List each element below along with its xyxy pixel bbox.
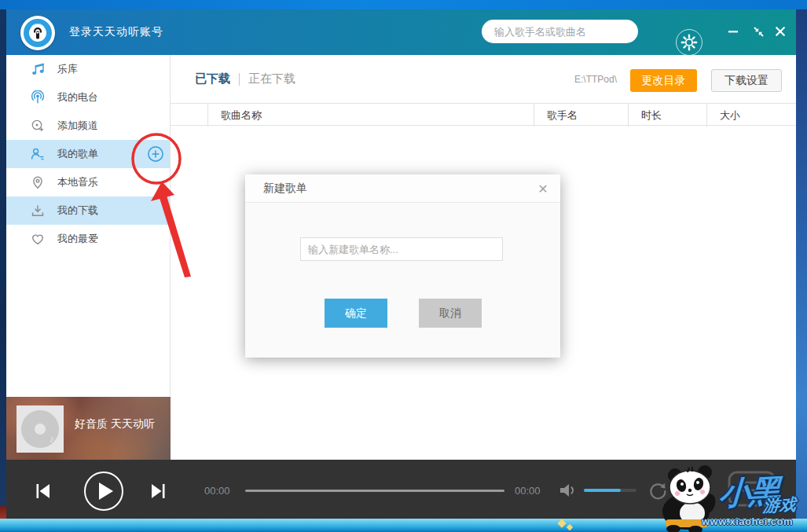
confirm-button[interactable]: 确定 bbox=[325, 299, 387, 328]
downloads-header: 已下载 正在下载 E:\TTPod\ 更改目录 下载设置 bbox=[171, 55, 796, 103]
headphone-glyph bbox=[32, 27, 43, 39]
cancel-button[interactable]: 取消 bbox=[419, 299, 482, 328]
tab-downloaded[interactable]: 已下载 bbox=[195, 72, 230, 86]
column-index bbox=[171, 104, 207, 127]
desktop-background: 登录天天动听账号 bbox=[0, 0, 807, 532]
sidebar-item-label: 我的歌单 bbox=[57, 147, 98, 161]
add-playlist-button[interactable] bbox=[147, 145, 164, 163]
player-bar: 00:00 00:00 bbox=[6, 460, 796, 519]
plus-circle-icon bbox=[147, 145, 164, 163]
gear-icon bbox=[680, 34, 698, 51]
download-settings-button[interactable]: 下载设置 bbox=[711, 69, 782, 92]
progress-bar[interactable] bbox=[245, 490, 504, 492]
disc-icon: ♪ bbox=[21, 410, 59, 448]
next-icon bbox=[149, 482, 167, 500]
sidebar-item-my-downloads[interactable]: 我的下载 bbox=[6, 196, 170, 225]
sidebar-item-label: 我的最爱 bbox=[57, 232, 98, 246]
playlist-name-input[interactable] bbox=[300, 237, 503, 261]
new-playlist-dialog: 新建歌单 ✕ 确定 取消 bbox=[245, 174, 560, 358]
settings-button[interactable] bbox=[676, 29, 702, 56]
dialog-titlebar: 新建歌单 ✕ bbox=[245, 174, 560, 203]
download-icon bbox=[30, 203, 46, 218]
sidebar-item-label: 我的电台 bbox=[57, 90, 98, 105]
desktop-left-strip bbox=[0, 9, 6, 532]
ttpod-logo-icon bbox=[20, 16, 55, 50]
repeat-mode-button[interactable] bbox=[647, 481, 668, 501]
titlebar: 登录天天动听账号 bbox=[6, 9, 796, 55]
minimize-button[interactable] bbox=[723, 24, 743, 39]
music-notes-icon bbox=[30, 61, 46, 77]
sidebar-item-label: 乐库 bbox=[57, 62, 78, 76]
radio-broadcast-icon bbox=[30, 90, 46, 105]
dialog-close-icon[interactable]: ✕ bbox=[534, 179, 552, 198]
sidebar-item-label: 我的下载 bbox=[57, 204, 98, 218]
volume-slider[interactable] bbox=[584, 489, 636, 492]
close-button[interactable] bbox=[770, 24, 790, 39]
close-icon bbox=[775, 26, 786, 37]
sidebar-item-my-favorites[interactable]: 我的最爱 bbox=[6, 225, 170, 253]
search-input[interactable] bbox=[494, 26, 633, 38]
speaker-icon bbox=[558, 482, 580, 499]
download-tabs: 已下载 正在下载 bbox=[195, 55, 295, 103]
column-artist: 歌手名 bbox=[534, 104, 628, 127]
minimize-icon bbox=[728, 26, 739, 37]
tab-divider bbox=[239, 73, 240, 86]
login-account-link[interactable]: 登录天天动听账号 bbox=[69, 9, 163, 55]
playlist-icon bbox=[727, 470, 777, 508]
volume-fill bbox=[584, 489, 621, 492]
total-time: 00:00 bbox=[515, 485, 541, 497]
column-size: 大小 bbox=[706, 104, 796, 127]
dialog-title: 新建歌单 bbox=[263, 182, 307, 196]
sidebar-item-my-playlists[interactable]: 我的歌单 bbox=[6, 140, 170, 168]
sidebar-item-music-library[interactable]: 乐库 bbox=[6, 55, 170, 83]
sidebar-item-my-radio[interactable]: 我的电台 bbox=[6, 83, 170, 112]
desktop-bottom-strip bbox=[0, 519, 807, 532]
mini-mode-button[interactable] bbox=[748, 24, 768, 39]
desktop-top-strip bbox=[0, 0, 807, 9]
playlist-panel-button[interactable] bbox=[727, 470, 777, 508]
download-path: E:\TTPod\ bbox=[574, 55, 617, 103]
search-box[interactable] bbox=[482, 20, 638, 43]
sidebar-item-label: 添加频道 bbox=[57, 119, 98, 133]
column-song-name: 歌曲名称 bbox=[207, 104, 534, 127]
desktop-right-strip bbox=[796, 9, 807, 532]
now-playing-panel: ♪ 好音质 天天动听 bbox=[6, 397, 171, 460]
sidebar-item-label: 本地音乐 bbox=[57, 175, 98, 189]
column-duration: 时长 bbox=[628, 104, 706, 127]
volume-button[interactable] bbox=[558, 482, 580, 499]
add-channel-icon bbox=[30, 118, 46, 134]
next-track-button[interactable] bbox=[149, 482, 167, 500]
heart-icon bbox=[30, 231, 46, 247]
now-playing-caption: 好音质 天天动听 bbox=[75, 417, 155, 431]
location-pin-icon bbox=[30, 174, 46, 190]
person-playlist-icon bbox=[30, 146, 46, 162]
play-icon bbox=[98, 482, 114, 501]
sidebar-item-local-music[interactable]: 本地音乐 bbox=[6, 168, 170, 196]
previous-icon bbox=[35, 482, 52, 500]
tab-downloading[interactable]: 正在下载 bbox=[248, 72, 295, 86]
play-button[interactable] bbox=[84, 471, 123, 511]
sidebar-item-add-channel[interactable]: 添加频道 bbox=[6, 112, 170, 140]
change-directory-button[interactable]: 更改目录 bbox=[630, 69, 697, 92]
loop-icon bbox=[647, 481, 668, 501]
album-art-placeholder: ♪ bbox=[17, 405, 64, 453]
shrink-arrows-icon bbox=[753, 26, 765, 38]
table-header: 歌曲名称 歌手名 时长 大小 bbox=[171, 103, 796, 126]
previous-track-button[interactable] bbox=[35, 482, 52, 500]
elapsed-time: 00:00 bbox=[204, 485, 230, 497]
